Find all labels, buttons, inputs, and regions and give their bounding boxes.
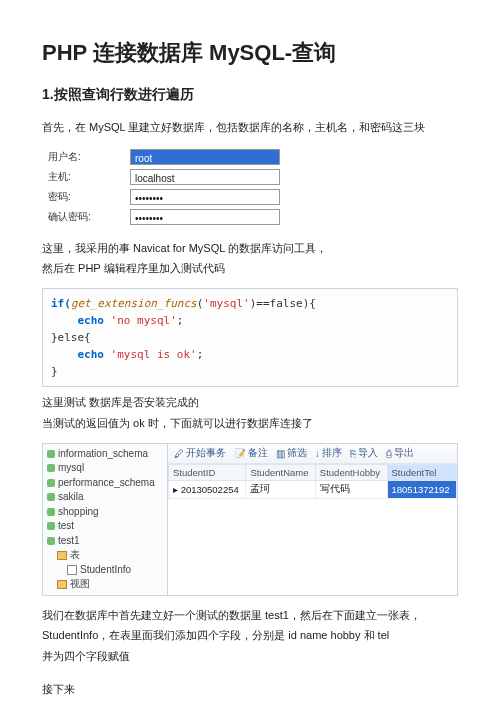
database-icon <box>47 537 55 545</box>
grid-panel: 🖊 开始事务 📝 备注 ▥ 筛选 ↓ 排序 ⎘ 导入 ⎙ 导出 StudentI… <box>168 444 457 595</box>
tree-label: StudentInfo <box>80 563 131 578</box>
code-kw: echo <box>51 314 111 327</box>
cell-value: 20130502254 <box>181 484 239 495</box>
btn-label: 导出 <box>394 447 414 460</box>
table-row[interactable]: ▸ 20130502254 孟珂 写代码 18051372192 <box>169 480 457 498</box>
col-header[interactable]: StudentHobby <box>315 464 387 480</box>
code-text: } <box>51 365 58 378</box>
tree-label: 表 <box>70 548 80 563</box>
data-grid: StudentID StudentName StudentHobby Stude… <box>168 464 457 499</box>
password-input[interactable]: •••••••• <box>130 189 280 205</box>
tree-label: sakila <box>58 490 84 505</box>
tree-tables-node[interactable]: 表 <box>47 548 163 563</box>
tree-db-item[interactable]: test1 <box>47 534 163 549</box>
paragraph-tool-1: 这里，我采用的事 Navicat for MySQL 的数据库访问工具， <box>42 239 458 258</box>
col-header[interactable]: StudentID <box>169 464 246 480</box>
code-text: ; <box>177 314 184 327</box>
code-str: 'no mysql' <box>111 314 177 327</box>
code-str: 'mysql is ok' <box>111 348 197 361</box>
folder-icon <box>57 580 67 589</box>
user-input[interactable]: root <box>130 149 280 165</box>
cell[interactable]: 18051372192 <box>387 480 457 498</box>
password-label: 密码: <box>42 187 124 207</box>
tree-label: performance_schema <box>58 476 155 491</box>
col-header[interactable]: StudentTel <box>387 464 457 480</box>
paragraph-after-3: 并为四个字段赋值 <box>42 647 458 666</box>
code-func: get_extension_funcs <box>71 297 197 310</box>
database-icon <box>47 479 55 487</box>
begin-transaction-button[interactable]: 🖊 开始事务 <box>174 447 226 460</box>
code-kw: echo <box>51 348 111 361</box>
paragraph-tool-2: 然后在 PHP 编辑程序里加入测试代码 <box>42 259 458 278</box>
memo-button[interactable]: 📝 备注 <box>234 447 268 460</box>
tree-db-item[interactable]: mysql <box>47 461 163 476</box>
export-button[interactable]: ⎙ 导出 <box>386 447 414 460</box>
host-label: 主机: <box>42 167 124 187</box>
tree-label: shopping <box>58 505 99 520</box>
btn-label: 导入 <box>358 447 378 460</box>
paragraph-after-2: StudentInfo，在表里面我们添加四个字段，分别是 id name hob… <box>42 626 458 645</box>
tree-db-item[interactable]: information_schema <box>47 447 163 462</box>
tree-db-item[interactable]: test <box>47 519 163 534</box>
code-kw: if( <box>51 297 71 310</box>
db-tree: information_schema mysql performance_sch… <box>43 444 168 595</box>
section-heading: 1.按照查询行数进行遍历 <box>42 86 458 104</box>
connection-form: 用户名: root 主机: localhost 密码: •••••••• 确认密… <box>42 147 286 227</box>
tree-label: test1 <box>58 534 80 549</box>
btn-label: 开始事务 <box>186 447 226 460</box>
btn-label: 备注 <box>248 447 268 460</box>
cell[interactable]: 写代码 <box>315 480 387 498</box>
folder-icon <box>57 551 67 560</box>
tree-db-item[interactable]: performance_schema <box>47 476 163 491</box>
code-str: 'mysql' <box>203 297 249 310</box>
tree-views-node[interactable]: 视图 <box>47 577 163 592</box>
database-icon <box>47 508 55 516</box>
code-block: if(get_extension_funcs('mysql')==false){… <box>42 288 458 387</box>
tree-label: 视图 <box>70 577 90 592</box>
import-button[interactable]: ⎘ 导入 <box>350 447 378 460</box>
sort-button[interactable]: ↓ 排序 <box>315 447 342 460</box>
paragraph-after-1: 我们在数据库中首先建立好一个测试的数据里 test1，然后在下面建立一张表， <box>42 606 458 625</box>
col-header[interactable]: StudentName <box>246 464 315 480</box>
cell[interactable]: ▸ 20130502254 <box>169 480 246 498</box>
grid-toolbar: 🖊 开始事务 📝 备注 ▥ 筛选 ↓ 排序 ⎘ 导入 ⎙ 导出 <box>168 444 457 464</box>
tree-table-item[interactable]: StudentInfo <box>47 563 163 578</box>
database-icon <box>47 450 55 458</box>
document-page: PHP 连接数据库 MySQL-查询 1.按照查询行数进行遍历 首先，在 MyS… <box>0 0 500 707</box>
paragraph-test-1: 这里测试 数据库是否安装完成的 <box>42 393 458 412</box>
paragraph-test-2: 当测试的返回值为 ok 时，下面就可以进行数据库连接了 <box>42 414 458 433</box>
tree-label: mysql <box>58 461 84 476</box>
page-title: PHP 连接数据库 MySQL-查询 <box>42 38 458 68</box>
code-text: )==false){ <box>250 297 316 310</box>
database-icon <box>47 493 55 501</box>
navicat-screenshot: information_schema mysql performance_sch… <box>42 443 458 596</box>
confirm-password-input[interactable]: •••••••• <box>130 209 280 225</box>
tree-label: information_schema <box>58 447 148 462</box>
filter-button[interactable]: ▥ 筛选 <box>276 447 307 460</box>
btn-label: 筛选 <box>287 447 307 460</box>
intro-paragraph: 首先，在 MySQL 里建立好数据库，包括数据库的名称，主机名，和密码这三块 <box>42 118 458 137</box>
confirm-password-label: 确认密码: <box>42 207 124 227</box>
tree-db-item[interactable]: sakila <box>47 490 163 505</box>
code-text: ; <box>197 348 204 361</box>
grid-header-row: StudentID StudentName StudentHobby Stude… <box>169 464 457 480</box>
btn-label: 排序 <box>322 447 342 460</box>
host-input[interactable]: localhost <box>130 169 280 185</box>
tree-db-item[interactable]: shopping <box>47 505 163 520</box>
code-text: }else{ <box>51 331 91 344</box>
database-icon <box>47 522 55 530</box>
table-icon <box>67 565 77 575</box>
tree-label: test <box>58 519 74 534</box>
paragraph-next: 接下来 <box>42 680 458 699</box>
cell[interactable]: 孟珂 <box>246 480 315 498</box>
database-icon <box>47 464 55 472</box>
user-label: 用户名: <box>42 147 124 167</box>
